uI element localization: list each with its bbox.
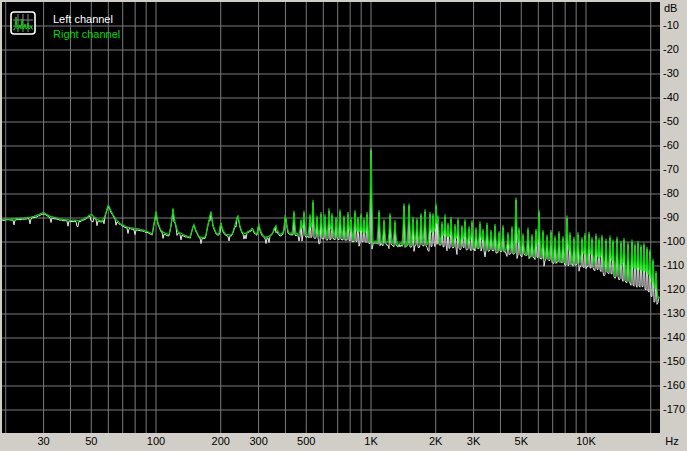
y-tick-label: -30 — [663, 67, 679, 79]
y-tick-label: -40 — [663, 91, 679, 103]
x-axis: Hz 30501002003005001K2K3K5K10K — [0, 433, 687, 451]
x-tick-label: 5K — [501, 435, 541, 447]
y-tick-label: -10 — [663, 19, 679, 31]
x-tick-label: 200 — [201, 435, 241, 447]
x-axis-unit-label: Hz — [660, 435, 684, 447]
y-axis: dB -10-20-30-40-50-60-70-80-90-100-110-1… — [660, 0, 687, 451]
y-tick-label: -150 — [663, 355, 685, 367]
y-tick-label: -110 — [663, 259, 684, 271]
y-tick-label: -170 — [663, 403, 685, 415]
spectrum-analyzer-window: Left channel Right channel dB -10-20-30-… — [0, 0, 687, 451]
x-tick-label: 1K — [351, 435, 391, 447]
legend: Left channel Right channel — [10, 11, 120, 42]
spectrum-thumbnail-icon — [10, 11, 36, 35]
x-tick-label: 2K — [416, 435, 456, 447]
x-tick-label: 500 — [286, 435, 326, 447]
y-tick-label: -100 — [663, 235, 685, 247]
y-tick-label: -70 — [663, 163, 679, 175]
spectrum-chart — [2, 2, 660, 433]
y-tick-label: -90 — [663, 211, 679, 223]
y-tick-label: -140 — [663, 331, 685, 343]
legend-left-channel-label: Left channel — [53, 12, 120, 27]
x-tick-label: 100 — [136, 435, 176, 447]
y-tick-label: -120 — [663, 283, 685, 295]
y-tick-label: -160 — [663, 379, 685, 391]
x-tick-label: 30 — [24, 435, 64, 447]
y-tick-label: -20 — [663, 43, 679, 55]
right-channel-trace — [2, 148, 659, 299]
x-tick-label: 3K — [454, 435, 494, 447]
y-tick-label: -60 — [663, 139, 679, 151]
x-tick-label: 50 — [71, 435, 111, 447]
y-tick-label: -80 — [663, 187, 679, 199]
spectrum-plot-area — [2, 2, 660, 433]
y-tick-label: -130 — [663, 307, 685, 319]
y-axis-unit-label: dB — [664, 2, 677, 14]
x-tick-label: 10K — [566, 435, 606, 447]
x-tick-label: 300 — [239, 435, 279, 447]
legend-right-channel-label: Right channel — [53, 27, 120, 42]
y-tick-label: -50 — [663, 115, 679, 127]
